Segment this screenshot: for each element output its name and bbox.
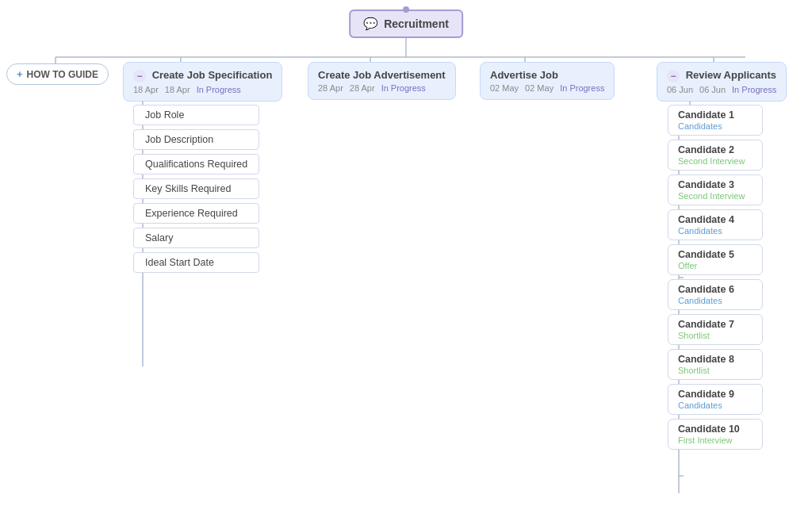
col4-toggle[interactable]: − <box>667 70 680 82</box>
candidate-name-10: Candidate 10 <box>678 424 753 435</box>
sub-item-7[interactable]: Ideal Start Date <box>133 252 259 273</box>
col4-date1: 06 Jun <box>667 85 693 94</box>
candidate-status-9: Candidates <box>678 401 753 410</box>
candidate-card-2[interactable]: Candidate 2Second Interview <box>668 140 763 171</box>
col2-status: In Progress <box>381 83 426 93</box>
col1-date1: 18 Apr <box>133 85 159 94</box>
col4-header[interactable]: − Review Applicants 06 Jun 06 Jun In Pro… <box>657 62 787 102</box>
candidate-name-5: Candidate 5 <box>678 249 753 260</box>
candidate-status-7: Shortlist <box>678 331 753 340</box>
sub-item-2[interactable]: Job Description <box>133 129 259 150</box>
candidate-cards-list: Candidate 1CandidatesCandidate 2Second I… <box>668 105 763 450</box>
candidate-status-3: Second Interview <box>678 191 753 201</box>
candidate-card-6[interactable]: Candidate 6Candidates <box>668 279 763 310</box>
candidate-status-6: Candidates <box>678 296 753 305</box>
candidate-status-5: Offer <box>678 261 753 270</box>
candidate-name-3: Candidate 3 <box>678 179 753 190</box>
sub-item-3[interactable]: Qualifications Required <box>133 154 259 174</box>
col4-status: In Progress <box>732 85 776 94</box>
candidate-name-4: Candidate 4 <box>678 214 753 225</box>
candidate-status-10: First Interview <box>678 435 753 445</box>
col1-title: Create Job Specification <box>152 69 273 81</box>
col4-title: Review Applicants <box>686 69 776 81</box>
candidate-card-7[interactable]: Candidate 7Shortlist <box>668 314 763 345</box>
root-label: Recruitment <box>384 17 449 30</box>
col4-date2: 06 Jun <box>699 85 726 94</box>
candidate-card-8[interactable]: Candidate 8Shortlist <box>668 349 763 380</box>
col3-status: In Progress <box>560 83 604 93</box>
candidate-name-1: Candidate 1 <box>678 109 753 121</box>
root-dot <box>403 6 409 13</box>
sub-item-4[interactable]: Key Skills Required <box>133 178 259 199</box>
candidate-card-5[interactable]: Candidate 5Offer <box>668 244 763 275</box>
candidate-status-4: Candidates <box>678 226 753 236</box>
candidate-name-8: Candidate 8 <box>678 354 753 365</box>
col1-toggle[interactable]: − <box>133 70 146 82</box>
how-to-guide-label: HOW TO GUIDE <box>27 69 98 80</box>
plus-icon: + <box>17 68 23 80</box>
col1-header[interactable]: − Create Job Specification 18 Apr 18 Apr… <box>123 62 282 102</box>
col3-date2: 02 May <box>525 83 553 93</box>
candidate-card-4[interactable]: Candidate 4Candidates <box>668 209 763 240</box>
candidate-name-6: Candidate 6 <box>678 284 753 295</box>
sub-item-1[interactable]: Job Role <box>133 105 259 125</box>
col2-title: Create Job Advertisement <box>318 69 446 81</box>
candidate-card-9[interactable]: Candidate 9Candidates <box>668 384 763 415</box>
col1-status: In Progress <box>197 85 241 94</box>
root-node[interactable]: 💬 Recruitment <box>349 10 463 38</box>
how-to-guide-node[interactable]: + HOW TO GUIDE <box>6 63 109 85</box>
candidate-status-8: Shortlist <box>678 366 753 375</box>
col3-date1: 02 May <box>490 83 519 93</box>
col2-date2: 28 Apr <box>350 83 375 93</box>
candidate-card-10[interactable]: Candidate 10First Interview <box>668 419 763 450</box>
candidate-status-1: Candidates <box>678 121 753 131</box>
candidate-card-1[interactable]: Candidate 1Candidates <box>668 105 763 136</box>
candidate-name-2: Candidate 2 <box>678 144 753 155</box>
candidate-name-9: Candidate 9 <box>678 389 753 400</box>
col1-date2: 18 Apr <box>165 85 190 94</box>
sub-item-5[interactable]: Experience Required <box>133 203 259 224</box>
candidate-name-7: Candidate 7 <box>678 319 753 330</box>
sub-items-list: Job RoleJob DescriptionQualifications Re… <box>133 105 259 273</box>
candidate-status-2: Second Interview <box>678 156 753 166</box>
sub-item-6[interactable]: Salary <box>133 228 259 248</box>
col2-header[interactable]: Create Job Advertisement 28 Apr 28 Apr I… <box>308 62 456 100</box>
col3-header[interactable]: Advertise Job 02 May 02 May In Progress <box>480 62 615 100</box>
chat-icon: 💬 <box>363 17 378 31</box>
col3-title: Advertise Job <box>490 69 558 81</box>
candidate-card-3[interactable]: Candidate 3Second Interview <box>668 174 763 205</box>
col2-date1: 28 Apr <box>318 83 343 93</box>
